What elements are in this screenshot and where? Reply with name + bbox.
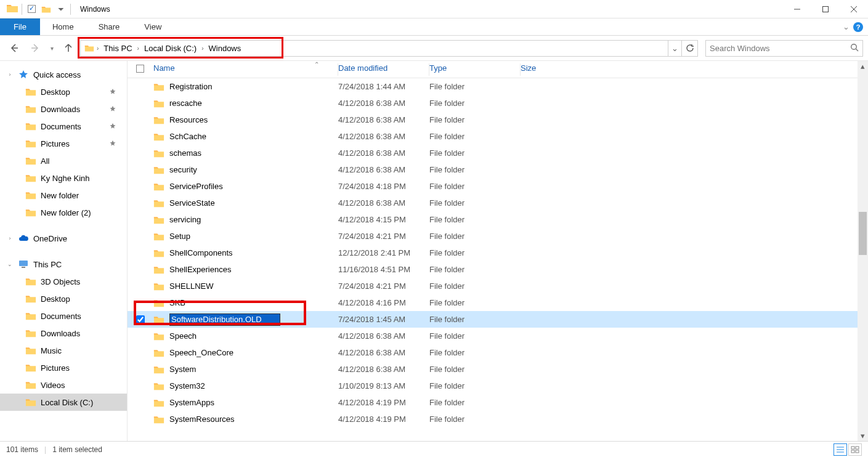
table-row[interactable]: System4/12/2018 6:38 AMFile folder: [128, 361, 868, 378]
column-headers[interactable]: Name⌃ Date modified Type Size: [128, 61, 868, 78]
sidebar-item[interactable]: Desktop: [0, 83, 127, 100]
table-row[interactable]: System321/10/2019 8:13 AMFile folder: [128, 378, 868, 394]
sidebar-quick-access[interactable]: › Quick access: [0, 66, 127, 83]
ribbon-collapse-icon[interactable]: ⌄: [843, 22, 850, 31]
maximize-button[interactable]: [811, 0, 840, 18]
search-box[interactable]: [705, 40, 863, 57]
sidebar-item[interactable]: Documents: [0, 307, 127, 325]
table-row[interactable]: ShellExperiences11/16/2018 4:51 PMFile f…: [128, 261, 868, 278]
file-date: 4/12/2018 6:38 AM: [338, 365, 429, 374]
table-row[interactable]: SHELLNEW7/24/2018 4:21 PMFile folder: [128, 278, 868, 294]
sidebar-item[interactable]: Documents: [0, 118, 127, 135]
history-dropdown[interactable]: ▾: [47, 39, 57, 57]
sidebar-item[interactable]: Downloads: [0, 325, 127, 342]
table-row[interactable]: Setup7/24/2018 4:21 PMFile folder: [128, 228, 868, 245]
close-button[interactable]: [840, 0, 868, 18]
column-type[interactable]: Type: [429, 63, 521, 76]
search-icon[interactable]: [850, 43, 859, 54]
scroll-up-icon[interactable]: ▴: [858, 61, 868, 71]
file-name: ShellComponents: [169, 248, 233, 257]
help-icon[interactable]: ?: [853, 22, 863, 32]
sidebar-onedrive[interactable]: › OneDrive: [0, 230, 127, 247]
up-button[interactable]: [59, 39, 78, 57]
refresh-button[interactable]: [682, 40, 698, 57]
view-details-button[interactable]: [834, 443, 847, 456]
table-row[interactable]: Speech4/12/2018 6:38 AMFile folder: [128, 328, 868, 344]
table-row[interactable]: Registration7/24/2018 1:44 AMFile folder: [128, 78, 868, 95]
scroll-down-icon[interactable]: ▾: [858, 431, 868, 441]
table-row[interactable]: Speech_OneCore4/12/2018 6:38 AMFile fold…: [128, 344, 868, 361]
separator: [22, 4, 22, 15]
svg-rect-13: [851, 447, 854, 449]
file-tab[interactable]: File: [0, 18, 40, 35]
address-bar[interactable]: › This PC › Local Disk (C:) › Windows: [80, 40, 668, 57]
chevron-right-icon[interactable]: ›: [95, 45, 100, 52]
table-row[interactable]: servicing4/12/2018 4:15 PMFile folder: [128, 211, 868, 228]
tab-share[interactable]: Share: [86, 18, 132, 35]
sidebar-item[interactable]: Ky Nghe Kinh: [0, 169, 127, 187]
vertical-scrollbar[interactable]: ▴ ▾: [858, 61, 868, 441]
table-row[interactable]: SKB4/12/2018 4:16 PMFile folder: [128, 294, 868, 311]
qat-folder-icon[interactable]: [40, 3, 52, 15]
tab-view[interactable]: View: [132, 18, 174, 35]
table-row[interactable]: SchCache4/12/2018 6:38 AMFile folder: [128, 128, 868, 145]
select-all-checkbox[interactable]: [136, 65, 144, 73]
row-checkbox[interactable]: [136, 315, 145, 324]
crumb-local-disk[interactable]: Local Disk (C:): [142, 44, 199, 53]
sidebar-item[interactable]: New folder (2): [0, 204, 127, 221]
folder-icon: [26, 311, 36, 321]
table-row[interactable]: security4/12/2018 6:38 AMFile folder: [128, 161, 868, 178]
folder-icon: [26, 380, 36, 390]
sidebar-item[interactable]: 3D Objects: [0, 273, 127, 290]
chevron-right-icon[interactable]: ›: [136, 45, 140, 52]
rename-input[interactable]: SoftwareDistribution.OLD: [169, 313, 280, 326]
forward-button[interactable]: [26, 39, 44, 57]
column-date[interactable]: Date modified: [338, 63, 429, 76]
search-input[interactable]: [710, 44, 850, 53]
sidebar-item[interactable]: All: [0, 152, 127, 169]
svg-rect-16: [856, 450, 859, 453]
file-date: 4/12/2018 4:19 PM: [338, 415, 429, 424]
sidebar-item[interactable]: Pictures: [0, 359, 127, 376]
table-row[interactable]: ServiceState4/12/2018 6:38 AMFile folder: [128, 195, 868, 211]
svg-rect-9: [22, 267, 25, 268]
column-name[interactable]: Name⌃: [153, 63, 338, 76]
sidebar-item[interactable]: Videos: [0, 376, 127, 394]
minimize-button[interactable]: [783, 0, 811, 18]
table-row[interactable]: schemas4/12/2018 6:38 AMFile folder: [128, 145, 868, 161]
table-row[interactable]: SoftwareDistribution.OLD7/24/2018 1:45 A…: [128, 311, 868, 328]
back-button[interactable]: [5, 39, 23, 57]
crumb-this-pc[interactable]: This PC: [101, 44, 134, 53]
qat-properties-icon[interactable]: ✓: [25, 3, 38, 15]
sidebar-item[interactable]: Desktop: [0, 290, 127, 307]
table-row[interactable]: Resources4/12/2018 6:38 AMFile folder: [128, 111, 868, 128]
table-row[interactable]: SystemApps4/12/2018 4:19 PMFile folder: [128, 394, 868, 411]
table-row[interactable]: rescache4/12/2018 6:38 AMFile folder: [128, 95, 868, 111]
sidebar-item[interactable]: New folder: [0, 187, 127, 204]
qat-dropdown-icon[interactable]: ⏷: [55, 3, 67, 15]
sidebar-item[interactable]: Music: [0, 342, 127, 359]
file-type: File folder: [429, 215, 521, 224]
file-date: 4/12/2018 4:19 PM: [338, 398, 429, 407]
address-history-dropdown[interactable]: ⌄: [668, 40, 682, 57]
navigation-pane[interactable]: › Quick access DesktopDownloadsDocuments…: [0, 61, 128, 441]
file-type: File folder: [429, 232, 521, 241]
column-size[interactable]: Size: [521, 63, 868, 76]
chevron-right-icon[interactable]: ›: [6, 235, 14, 241]
chevron-right-icon[interactable]: ›: [6, 71, 14, 78]
file-list[interactable]: Registration7/24/2018 1:44 AMFile folder…: [128, 78, 868, 427]
sidebar-item[interactable]: Downloads: [0, 100, 127, 118]
table-row[interactable]: SystemResources4/12/2018 4:19 PMFile fol…: [128, 411, 868, 427]
chevron-down-icon[interactable]: ⌄: [6, 261, 14, 267]
crumb-windows[interactable]: Windows: [206, 44, 244, 53]
sidebar-this-pc[interactable]: ⌄ This PC: [0, 256, 127, 273]
tab-home[interactable]: Home: [40, 18, 86, 35]
sidebar-item[interactable]: Local Disk (C:): [0, 394, 127, 411]
sidebar-item[interactable]: Pictures: [0, 135, 127, 152]
table-row[interactable]: ShellComponents12/12/2018 2:41 PMFile fo…: [128, 245, 868, 261]
chevron-right-icon[interactable]: ›: [200, 45, 205, 52]
view-large-icons-button[interactable]: [848, 443, 862, 456]
table-row[interactable]: ServiceProfiles7/24/2018 4:18 PMFile fol…: [128, 178, 868, 195]
scroll-thumb[interactable]: [859, 212, 867, 255]
file-list-pane: Name⌃ Date modified Type Size Registrati…: [128, 61, 868, 441]
